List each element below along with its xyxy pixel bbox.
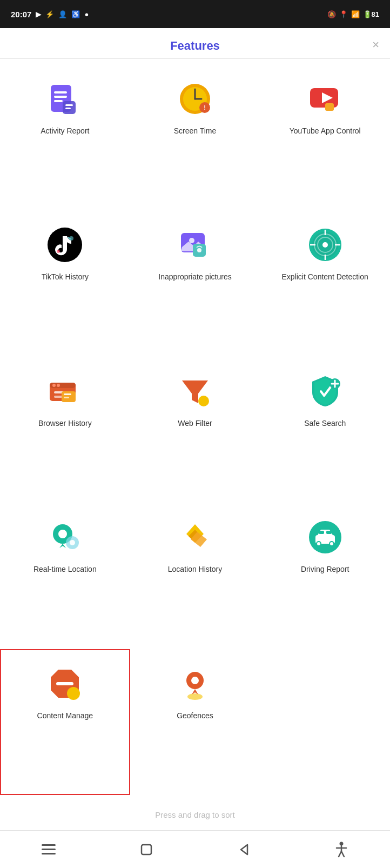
explicit-content-detection-icon (306, 225, 345, 264)
web-filter-icon (176, 372, 214, 411)
svg-line-76 (339, 851, 341, 857)
content-manage-icon (45, 664, 84, 703)
feature-item-browser-history[interactable]: Browser History (0, 357, 130, 503)
browser-history-label: Browser History (38, 418, 92, 429)
svg-point-18 (57, 250, 60, 253)
svg-rect-63 (56, 682, 73, 685)
feature-item-geofences[interactable]: Geofences (130, 649, 260, 795)
wifi-icon: 📶 (351, 10, 360, 18)
status-bar-right: 🔕 📍 📶 🔋81 (327, 10, 379, 18)
feature-item-realtime-location[interactable]: Real-time Location (0, 503, 130, 649)
inappropriate-pictures-label: Inappropriate pictures (158, 272, 231, 283)
status-bar: 20:07 ▶ ⚡ 👤 ♿ ● 🔕 📍 📶 🔋81 (0, 0, 390, 28)
svg-point-59 (317, 542, 320, 545)
person-icon: 👤 (58, 10, 67, 18)
svg-point-41 (198, 396, 209, 406)
svg-point-17 (69, 236, 73, 241)
screen-time-label: Screen Time (174, 126, 217, 137)
svg-point-22 (197, 248, 201, 252)
safe-search-label: Safe Search (304, 418, 346, 429)
svg-point-65 (187, 693, 203, 700)
feature-item-location-history[interactable]: Location History (130, 503, 260, 649)
feature-item-tiktok[interactable]: TikTok History (0, 210, 130, 356)
header: Features × (0, 28, 390, 59)
menu-icon[interactable] (35, 836, 62, 863)
activity-report-icon (45, 79, 84, 118)
location-pin-icon: 📍 (339, 10, 348, 18)
feature-item-explicit-content[interactable]: Explicit Content Detection (260, 210, 390, 356)
feature-item-screen-time[interactable]: ! Screen Time (130, 64, 260, 210)
svg-point-67 (191, 677, 199, 684)
svg-rect-37 (62, 391, 76, 402)
svg-rect-3 (54, 100, 63, 102)
realtime-location-icon (45, 518, 84, 557)
features-grid: Activity Report ! Screen Time (0, 59, 390, 800)
explicit-content-detection-label: Explicit Content Detection (282, 272, 368, 283)
feature-item-inappropriate-pictures[interactable]: Inappropriate pictures (130, 210, 260, 356)
svg-rect-38 (64, 393, 71, 395)
main-content: Features × Activity Report (0, 28, 390, 830)
realtime-location-label: Real-time Location (33, 564, 97, 575)
svg-point-26 (322, 242, 328, 248)
driving-report-label: Driving Report (301, 564, 349, 575)
youtube-app-control-label: YouTube App Control (290, 126, 361, 137)
location-history-icon (176, 518, 214, 557)
svg-point-61 (330, 542, 333, 545)
svg-text:!: ! (204, 104, 206, 111)
close-button[interactable]: × (372, 39, 379, 51)
svg-point-64 (67, 687, 80, 700)
svg-rect-71 (142, 845, 151, 854)
svg-rect-39 (64, 397, 69, 398)
svg-point-20 (189, 238, 194, 243)
svg-rect-68 (42, 844, 56, 846)
browser-history-icon (45, 372, 84, 411)
svg-marker-72 (241, 845, 247, 854)
svg-rect-15 (325, 103, 334, 111)
web-filter-label: Web Filter (178, 418, 212, 429)
nav-bar (0, 830, 390, 868)
home-icon[interactable] (133, 836, 160, 863)
safe-search-icon (306, 372, 345, 411)
geofences-icon (176, 664, 214, 703)
time-display: 20:07 (11, 10, 31, 19)
page-title: Features (170, 39, 220, 52)
svg-rect-70 (42, 853, 56, 854)
accessibility-icon: ♿ (71, 10, 80, 18)
feature-item-content-manage[interactable]: Content Manage (0, 649, 130, 795)
svg-rect-56 (319, 531, 324, 534)
geofences-label: Geofences (177, 711, 213, 722)
feature-item-web-filter[interactable]: Web Filter (130, 357, 260, 503)
screen-time-icon: ! (176, 79, 214, 118)
driving-report-icon (306, 518, 345, 557)
inappropriate-pictures-icon (176, 225, 214, 264)
svg-point-50 (70, 540, 75, 545)
status-bar-left: 20:07 ▶ ⚡ 👤 ♿ ● (11, 10, 89, 19)
feature-item-activity-report[interactable]: Activity Report (0, 64, 130, 210)
svg-point-48 (58, 530, 67, 538)
youtube-icon: ▶ (36, 10, 41, 18)
tiktok-history-label: TikTok History (42, 272, 89, 283)
accessibility-nav-icon[interactable] (328, 836, 355, 863)
feature-item-driving-report[interactable]: Driving Report (260, 503, 390, 649)
youtube-app-control-icon (306, 79, 345, 118)
activity-report-label: Activity Report (41, 126, 89, 137)
dot-icon: ● (84, 10, 89, 18)
tiktok-history-icon (45, 225, 84, 264)
svg-rect-1 (54, 91, 67, 94)
svg-point-33 (52, 384, 56, 387)
activity-icon: ⚡ (45, 10, 54, 18)
svg-rect-6 (65, 108, 71, 109)
back-icon[interactable] (230, 836, 257, 863)
svg-rect-5 (65, 104, 73, 106)
svg-point-73 (339, 842, 343, 845)
content-manage-label: Content Manage (37, 711, 93, 722)
location-history-label: Location History (168, 564, 222, 575)
svg-rect-69 (42, 849, 56, 850)
mute-icon: 🔕 (327, 10, 336, 18)
feature-item-youtube[interactable]: YouTube App Control (260, 64, 390, 210)
svg-line-77 (341, 851, 344, 857)
svg-point-34 (57, 384, 60, 387)
battery-icon: 🔋81 (363, 10, 379, 18)
feature-item-safe-search[interactable]: Safe Search (260, 357, 390, 503)
sort-hint: Press and drag to sort (0, 800, 390, 830)
